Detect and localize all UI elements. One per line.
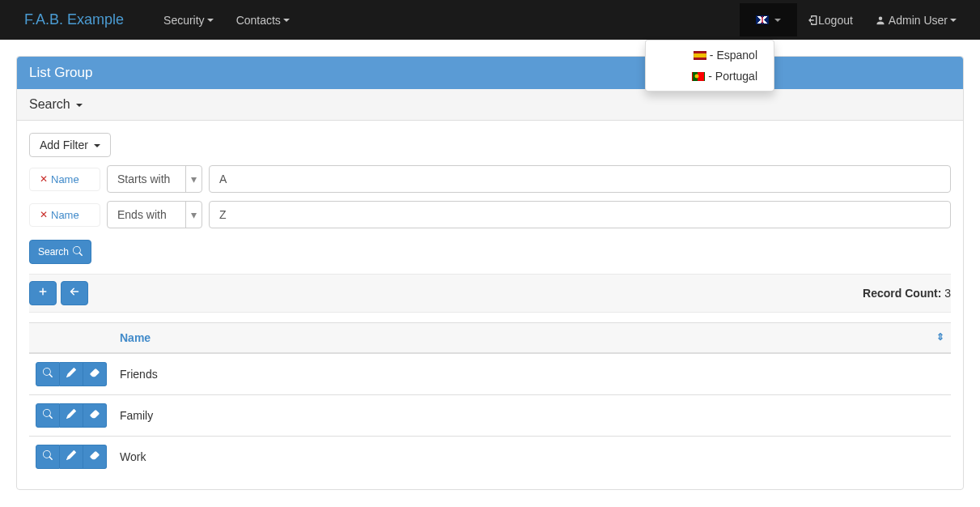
eraser-icon [90,450,100,460]
table-row: Friends [29,353,951,395]
add-filter-button[interactable]: Add Filter [29,133,111,157]
uk-flag-icon [756,15,769,24]
lang-option-pt-label: - Portugal [708,70,757,83]
edit-icon [66,409,76,419]
panel-title: List Group [17,57,963,89]
caret-icon [94,144,100,147]
view-button[interactable] [36,403,60,428]
edit-button[interactable] [60,362,83,386]
eraser-icon [90,409,100,419]
caret-icon [774,19,781,22]
pt-flag-icon [692,72,705,81]
filter-operator-label: Starts with [108,173,185,185]
add-button[interactable] [29,281,57,305]
plus-icon [38,287,48,296]
nav-admin-user[interactable]: Admin User [864,2,968,39]
chevron-down-icon: ▾ [185,166,202,192]
delete-button[interactable] [83,362,107,386]
row-name-cell: Friends [113,353,951,395]
filter-tag: ✕ Name [29,203,100,227]
nav-security[interactable]: Security [152,2,225,39]
delete-button[interactable] [83,403,107,428]
search-icon [73,246,83,256]
search-button[interactable]: Search [29,240,91,264]
lang-option-pt[interactable]: - Portugal [646,66,774,87]
filter-tag: ✕ Name [29,168,100,191]
search-button-row: Search [29,240,951,264]
col-actions-header [29,323,113,354]
es-flag-icon [694,51,706,60]
filter-operator-select[interactable]: Starts with ▾ [107,165,202,193]
remove-filter-icon[interactable]: ✕ [40,173,48,185]
lang-option-es-label: - Espanol [710,49,757,62]
edit-icon [66,368,76,377]
nav-right: Logout Admin User [740,2,968,39]
list-toolbar: Record Count: 3 [29,274,951,313]
filter-operator-select[interactable]: Ends with ▾ [107,201,202,228]
row-name: Friends [120,368,158,381]
nav-logout[interactable]: Logout [797,2,864,39]
edit-button[interactable] [60,403,83,428]
nav-contacts[interactable]: Contacts [225,2,301,39]
record-count-value: 3 [944,287,951,300]
search-toggle[interactable]: Search [17,89,963,121]
caret-icon [76,104,83,107]
nav-admin-user-label: Admin User [889,14,948,27]
nav-logout-label: Logout [818,14,853,27]
filter-value-input[interactable] [209,201,951,228]
navbar: F.A.B. Example Security Contacts Logout … [0,0,980,40]
caret-icon [207,19,214,22]
record-count: Record Count: 3 [863,287,951,300]
user-icon [876,15,885,25]
sort-icon[interactable]: ⇕ [936,331,944,343]
search-icon [43,450,53,460]
filter-field-label: Name [51,173,79,185]
brand-link[interactable]: F.A.B. Example [12,11,136,28]
search-icon [43,368,53,377]
add-filter-label: Add Filter [40,138,88,151]
row-name: Family [120,409,153,422]
arrow-left-icon [70,287,79,296]
row-name-cell: Work [113,437,951,478]
logout-icon [808,15,818,25]
col-name-header[interactable]: Name ⇕ [113,323,951,354]
edit-button[interactable] [60,445,83,469]
row-name: Work [120,450,146,463]
row-actions [29,437,113,478]
search-button-label: Search [38,246,69,258]
table-row: Family [29,395,951,437]
record-count-label: Record Count: [863,287,941,300]
nav-language[interactable] [740,3,797,36]
view-button[interactable] [36,445,60,469]
nav-contacts-label: Contacts [236,14,281,27]
row-name-cell: Family [113,395,951,437]
eraser-icon [90,368,100,377]
data-table: Name ⇕ Friends [29,322,951,477]
view-button[interactable] [36,362,60,386]
chevron-down-icon: ▾ [185,202,202,228]
caret-icon [950,19,957,22]
col-name-label: Name [120,331,151,344]
delete-button[interactable] [83,445,107,469]
lang-option-es[interactable]: - Espanol [646,45,774,66]
filter-operator-label: Ends with [108,208,185,221]
search-toggle-label: Search [29,97,70,111]
filter-field-label: Name [51,209,79,221]
nav-security-label: Security [163,14,205,27]
edit-icon [66,450,76,460]
filter-row: ✕ Name Starts with ▾ [29,165,951,193]
table-row: Work [29,437,951,478]
filter-row: ✕ Name Ends with ▾ [29,201,951,228]
panel: List Group Search Add Filter ✕ Name Star… [16,56,964,490]
row-actions [29,353,113,395]
remove-filter-icon[interactable]: ✕ [40,209,48,220]
back-button[interactable] [61,281,88,305]
search-icon [43,409,53,419]
main-container: List Group Search Add Filter ✕ Name Star… [0,40,980,506]
panel-body: Add Filter ✕ Name Starts with ▾ ✕ Name [17,121,963,489]
language-dropdown: - Espanol - Portugal [645,40,774,92]
caret-icon [283,19,290,22]
filter-value-input[interactable] [209,165,951,193]
row-actions [29,395,113,437]
